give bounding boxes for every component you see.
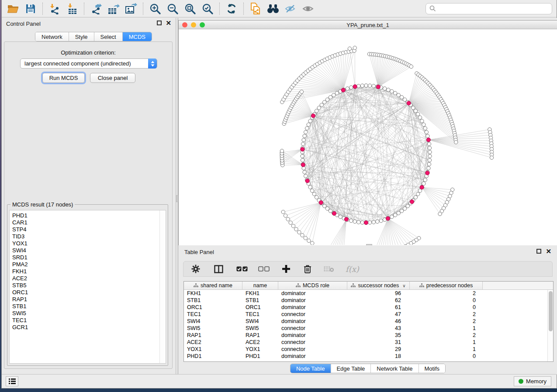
mcds-result-item[interactable]: RAP1 [12,296,166,303]
mcds-result-item[interactable]: CAR1 [12,219,166,226]
save-session-button[interactable] [22,1,39,16]
network-node[interactable] [372,84,375,88]
apply-function-button[interactable]: f(x) [346,265,359,274]
close-panel-icon[interactable]: ✕ [546,249,551,254]
mcds-result-item[interactable]: ORC1 [12,289,166,296]
network-node[interactable] [300,90,303,93]
network-node[interactable] [349,86,353,89]
network-node[interactable] [308,119,312,123]
mcds-result-item[interactable]: STB5 [12,282,166,289]
network-node[interactable] [406,204,409,208]
mcds-result-item[interactable]: STP4 [12,226,166,233]
column-header-successor-nodes[interactable]: successor nodes∨ [347,282,410,289]
table-row[interactable]: ORC1ORC1dominator610 [184,304,547,311]
delete-table-button[interactable] [324,266,334,272]
tab-style[interactable]: Style [69,32,94,41]
network-node[interactable] [298,230,301,234]
network-node[interactable] [320,103,323,107]
network-node[interactable] [353,220,356,223]
network-node[interactable] [490,156,493,159]
show-all-button[interactable] [299,1,317,16]
add-column-button[interactable] [282,265,291,273]
tab-motifs[interactable]: Motifs [419,364,445,373]
select-all-button[interactable] [236,266,248,272]
table-scrollbar-thumb[interactable] [549,291,553,331]
network-node[interactable] [304,236,307,240]
network-node[interactable] [311,241,314,245]
network-node[interactable] [428,154,432,158]
network-node[interactable] [317,106,321,110]
network-hub-node[interactable] [301,147,304,151]
float-panel-icon[interactable] [157,21,162,25]
network-node[interactable] [423,178,427,182]
network-node[interactable] [393,213,397,217]
network-node[interactable] [280,149,284,153]
table-row[interactable]: RAP1RAP1dominator352 [184,332,547,339]
network-node[interactable] [427,142,431,146]
network-node[interactable] [325,98,329,101]
table-row[interactable]: TEC1TEC1connector472 [184,311,547,318]
network-node[interactable] [310,189,314,193]
network-node[interactable] [400,209,403,213]
network-hub-node[interactable] [344,217,348,221]
network-node[interactable] [418,116,422,119]
open-session-button[interactable] [4,1,22,16]
network-node[interactable] [414,196,417,199]
network-node[interactable] [301,154,304,158]
network-node[interactable] [303,134,306,138]
network-node[interactable] [426,134,429,138]
mcds-result-item[interactable]: SRD1 [12,254,166,261]
close-panel-button[interactable]: Close panel [90,73,135,83]
mcds-result-item[interactable]: TID3 [12,233,166,240]
network-node[interactable] [315,196,318,199]
network-hub-node[interactable] [426,171,429,175]
column-header-shared-name[interactable]: shared name [184,282,242,289]
network-node[interactable] [301,158,304,162]
network-node[interactable] [428,150,432,154]
network-hub-node[interactable] [341,88,345,92]
network-window-titlebar[interactable]: YPA_prune.txt_1 [179,21,557,29]
float-panel-icon[interactable] [536,249,541,254]
mcds-result-item[interactable]: FKH1 [12,268,166,275]
network-node[interactable] [307,123,310,126]
network-node[interactable] [303,170,306,174]
network-node[interactable] [349,219,353,222]
network-node[interactable] [428,158,431,162]
table-row[interactable]: SWI4SWI4dominator462 [184,318,547,325]
network-node[interactable] [387,88,390,92]
network-node[interactable] [416,192,419,196]
zoom-out-button[interactable] [164,1,181,16]
network-node[interactable] [346,87,349,90]
network-hub-node[interactable] [410,199,414,203]
network-node[interactable] [368,84,371,87]
export-network-button[interactable] [87,1,105,16]
network-node[interactable] [357,220,360,224]
table-row[interactable]: FKH1FKH1dominator962 [184,290,547,297]
network-node[interactable] [420,119,424,123]
network-node[interactable] [438,212,442,216]
network-node[interactable] [414,109,417,113]
network-node[interactable] [353,46,356,49]
import-network-button[interactable] [46,1,63,16]
table-row[interactable]: YOX1YOX1connector291 [184,346,547,353]
memory-button[interactable]: Memory [514,376,551,386]
search-field[interactable] [426,3,552,14]
network-node[interactable] [329,96,332,99]
network-node[interactable] [416,112,419,116]
column-header-name[interactable]: name [242,282,278,289]
network-node[interactable] [357,84,360,88]
export-table-button[interactable] [105,1,122,16]
network-node[interactable] [368,221,371,224]
network-node[interactable] [329,209,332,213]
network-node[interactable] [315,109,318,113]
network-hub-node[interactable] [426,138,430,142]
network-node[interactable] [348,47,351,50]
network-node[interactable] [291,224,295,228]
network-node[interactable] [409,65,413,68]
network-hub-node[interactable] [376,85,380,89]
tab-edge-table[interactable]: Edge Table [331,364,371,373]
network-node[interactable] [312,192,316,196]
mcds-result-item[interactable]: TEC1 [12,317,166,324]
network-hub-node[interactable] [407,101,411,105]
mcds-result-item[interactable]: STB1 [12,303,166,310]
